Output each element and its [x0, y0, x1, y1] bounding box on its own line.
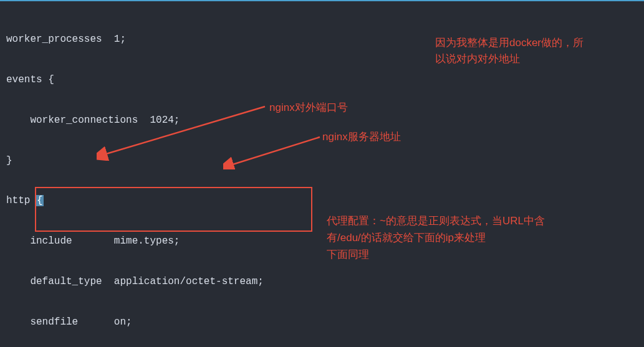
annotation-proxy: 代理配置：~的意思是正则表达式，当URL中含 有/edu/的话就交给下面的ip来… [327, 212, 545, 264]
cursor-brace: { [36, 195, 44, 206]
annotation-server: nginx服务器地址 [322, 130, 401, 144]
annotation-port: nginx对外端口号 [269, 100, 348, 115]
code-line: sendfile on; [6, 316, 638, 330]
code-line: worker_connections 1024; [6, 114, 638, 128]
annotation-docker: 因为我整体是用docker做的，所 以说对内对外地址 [435, 35, 584, 67]
code-line: http { [6, 194, 638, 208]
code-line: events { [6, 74, 638, 87]
code-line: default_type application/octet-stream; [6, 275, 638, 289]
code-line: } [6, 154, 638, 168]
